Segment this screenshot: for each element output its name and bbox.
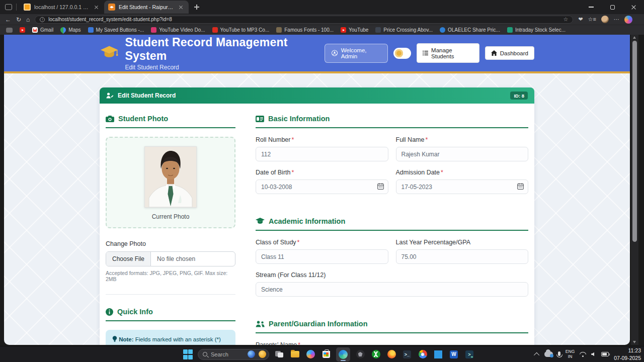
student-system-favicon [108, 4, 115, 11]
app-cube-icon[interactable] [355, 349, 366, 360]
language-indicator[interactable]: ENG IN [566, 349, 575, 359]
list-icon [423, 50, 428, 56]
new-tab-button[interactable] [192, 2, 202, 12]
theme-toggle[interactable] [393, 48, 411, 59]
more-menu-icon[interactable]: ⋯ [614, 16, 619, 23]
microsoft-store-icon[interactable] [320, 349, 332, 360]
microphone-icon[interactable] [558, 351, 560, 356]
chrome-icon[interactable] [417, 349, 428, 360]
copilot-icon[interactable] [624, 16, 632, 24]
home-icon[interactable]: ⌂ [26, 17, 30, 23]
bookmark-yt-mp3[interactable]: YouTube to MP3 Co... [212, 27, 270, 33]
bookmark-price-crossing[interactable]: Price Crossing Abov... [375, 27, 433, 33]
tab-workspaces-icon[interactable] [5, 4, 12, 10]
firefox-icon[interactable] [386, 349, 397, 360]
start-button[interactable] [182, 349, 193, 360]
tray-expand-icon[interactable] [534, 352, 539, 357]
class-of-study-input[interactable] [256, 249, 388, 264]
scrollbar-thumb[interactable] [632, 41, 637, 242]
maximize-button[interactable] [602, 0, 623, 14]
tab-edit-student[interactable]: Edit Student - Raipur Higher Seco... [104, 1, 189, 14]
edge-browser-icon[interactable] [336, 347, 350, 361]
bookmark-gmail[interactable]: Gmail [32, 27, 53, 33]
field-roll-number: Roll Number* [256, 136, 388, 161]
taskbar-search[interactable]: Search [198, 349, 269, 360]
bookmark-maps[interactable]: Maps [60, 27, 80, 33]
phpmyadmin-favicon [24, 4, 31, 11]
home-icon [491, 50, 497, 56]
address-bar[interactable]: i localhost/student_record_system/edit-s… [35, 16, 573, 24]
search-icon [203, 352, 207, 356]
favorites-bar-icon[interactable]: ☆≡ [588, 16, 596, 23]
calendar-icon[interactable] [517, 183, 524, 190]
quick-info-heading: Quick Info [106, 308, 235, 321]
user-circle-icon [332, 50, 338, 56]
bookmark-olaelec[interactable]: OLAELEC Share Pric... [440, 27, 500, 33]
close-button[interactable] [623, 0, 644, 14]
student-portrait-image [145, 147, 196, 207]
terminal-icon[interactable]: >_ [401, 349, 413, 360]
field-stream: Stream (For Class 11/12) [256, 272, 528, 297]
battery-icon[interactable] [601, 352, 609, 356]
card-title: Edit Student Record [118, 92, 176, 99]
tab-phpmyadmin[interactable]: localhost / 127.0.0.1 | phpMyAdm... [20, 1, 104, 14]
bookmarks-bar: Gmail Maps My Saved Buttons -... YouTube… [0, 25, 644, 35]
wifi-icon[interactable] [580, 352, 586, 357]
brand: Student Record Management System Edit St… [100, 36, 325, 71]
student-photo-heading: Student Photo [106, 115, 235, 128]
admission-date-input[interactable] [396, 179, 529, 194]
browser-essentials-icon[interactable]: ❤ [578, 16, 583, 23]
volume-icon[interactable] [591, 352, 594, 356]
refresh-icon[interactable]: ↻ [16, 17, 21, 23]
roll-number-input[interactable] [256, 147, 388, 161]
favorite-star-icon[interactable]: ☆ [563, 16, 568, 23]
student-photo [144, 146, 197, 208]
copilot-icon[interactable] [305, 349, 316, 360]
tab-title: localhost / 127.0.0.1 | phpMyAdm... [34, 4, 90, 10]
tab-title: Edit Student - Raipur Higher Seco... [119, 4, 174, 10]
clock[interactable]: 11:23 07-09-2025 [614, 347, 641, 361]
bookmark-intraday[interactable]: Intraday Stock Selec... [507, 27, 566, 33]
scroll-down-icon[interactable] [633, 341, 636, 343]
photo-file-input[interactable]: Choose File No file chosen [106, 251, 235, 266]
url-text: localhost/student_record_system/edit-stu… [48, 17, 172, 22]
bookmark-icon [375, 27, 381, 33]
bookmark-icon [276, 27, 282, 33]
manage-students-button[interactable]: Manage Students [417, 43, 479, 63]
date-of-birth-input[interactable] [256, 179, 388, 194]
file-explorer-icon[interactable] [289, 349, 300, 360]
bookmark-saved-buttons[interactable]: My Saved Buttons -... [88, 27, 144, 33]
bookmark-yt-video[interactable]: YouTube Video Do... [151, 27, 205, 33]
tab-close-icon[interactable] [93, 4, 100, 11]
tab-close-icon[interactable] [178, 4, 185, 11]
dashboard-button[interactable]: Dashboard [485, 46, 534, 60]
bookmark-youtube[interactable]: YouTube [341, 27, 368, 33]
vscode-icon[interactable] [433, 349, 444, 360]
onedrive-icon[interactable] [544, 351, 553, 357]
bookmark-fonts[interactable]: Famous Fonts - 100... [276, 27, 334, 33]
xbox-icon[interactable] [370, 349, 381, 360]
page-title: Student Record Management System [125, 36, 324, 63]
site-info-icon[interactable]: i [40, 17, 45, 22]
word-icon[interactable]: W [448, 349, 459, 360]
parent-information-heading: Parent/Guardian Information [256, 320, 528, 333]
page-scrollbar[interactable] [631, 35, 638, 345]
minimize-button[interactable] [581, 0, 602, 14]
site-navbar: Student Record Management System Edit St… [4, 35, 630, 73]
terminal-preview-icon[interactable]: > [464, 349, 475, 360]
stream-input[interactable] [256, 282, 528, 297]
file-formats-help: Accepted formats: JPG, JPEG, PNG, GIF. M… [106, 270, 235, 282]
note-label: Note: [119, 336, 133, 342]
gpa-input[interactable] [396, 249, 529, 264]
back-icon[interactable]: ← [5, 17, 11, 23]
youtube-bookmark-icon[interactable] [20, 27, 25, 33]
choose-file-button[interactable]: Choose File [106, 252, 151, 266]
calendar-icon[interactable] [377, 183, 384, 190]
bookmark-icon [212, 27, 218, 33]
full-name-input[interactable] [396, 147, 529, 161]
sidebar-toggle-icon[interactable] [6, 28, 13, 33]
profile-avatar[interactable] [601, 16, 609, 23]
field-date-of-birth: Date of Birth* [256, 169, 388, 194]
task-view-button[interactable] [274, 349, 285, 360]
scroll-up-icon[interactable] [633, 36, 636, 39]
